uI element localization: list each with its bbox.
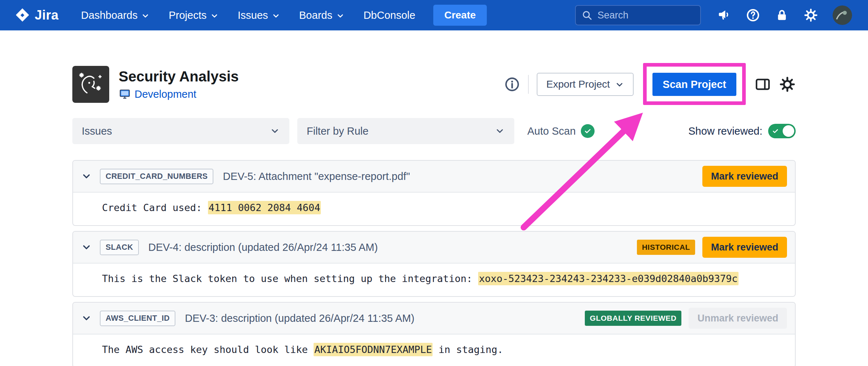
auto-scan-label: Auto Scan — [527, 125, 576, 137]
expand-chevron-button[interactable] — [81, 313, 93, 324]
panel-icon — [754, 76, 771, 93]
show-reviewed-control: Show reviewed: — [688, 124, 796, 138]
check-icon — [772, 127, 779, 135]
gear-icon — [779, 76, 796, 93]
mark-reviewed-button[interactable]: Mark reviewed — [702, 237, 787, 258]
finding-card-dev5: CREDIT_CARD_NUMBERS DEV-5: Attachment "e… — [72, 160, 796, 226]
findings-list: CREDIT_CARD_NUMBERS DEV-5: Attachment "e… — [72, 160, 796, 366]
chevron-down-icon — [210, 12, 219, 20]
historical-badge: HISTORICAL — [637, 240, 695, 255]
project-titles: Security Analysis Development — [119, 68, 239, 100]
finding-card-dev4: SLACK DEV-4: description (updated 26/Apr… — [72, 231, 796, 297]
finding-card-header: AWS_CLIENT_ID DEV-3: description (update… — [73, 303, 795, 335]
page-title: Security Analysis — [119, 68, 239, 84]
project-settings-button[interactable] — [779, 76, 796, 93]
unmark-reviewed-button[interactable]: Unmark reviewed — [689, 308, 787, 329]
chevron-down-icon — [615, 80, 624, 89]
issues-filter-dropdown[interactable]: Issues — [72, 118, 289, 144]
filter-row: Issues Filter by Rule Auto Scan Show rev… — [72, 118, 796, 144]
lock-icon — [775, 8, 789, 22]
snippet-text: This is the Slack token to use when sett… — [102, 273, 478, 284]
globally-reviewed-badge: GLOBALLY REVIEWED — [585, 311, 682, 326]
search-icon — [582, 10, 592, 21]
snippet-text: Credit Card used: — [102, 202, 208, 213]
export-project-button[interactable]: Export Project — [537, 73, 634, 96]
expand-chevron-button[interactable] — [81, 171, 93, 182]
detail-view-button[interactable] — [754, 76, 771, 93]
check-icon — [584, 127, 592, 135]
project-header-left: Security Analysis Development — [72, 66, 239, 103]
primary-nav: Dashboards Projects Issues Boards DbCons… — [81, 9, 415, 21]
export-project-label: Export Project — [546, 79, 610, 90]
mark-reviewed-button[interactable]: Mark reviewed — [702, 166, 787, 187]
nav-boards-label: Boards — [299, 9, 332, 21]
announcements-button[interactable] — [717, 8, 731, 22]
monitor-icon — [119, 88, 131, 100]
project-header-actions: Export Project Scan Project — [504, 73, 796, 96]
snippet-text: The AWS access key should look like — [102, 344, 314, 355]
navbar-search[interactable] — [575, 5, 701, 25]
info-icon — [504, 76, 520, 92]
nav-projects[interactable]: Projects — [169, 9, 219, 21]
finding-snippet: Credit Card used: 4111 0062 2084 4604 — [73, 193, 795, 225]
megaphone-icon — [717, 8, 731, 22]
brand-text: Jira — [35, 8, 59, 23]
finding-card-dev3: AWS_CLIENT_ID DEV-3: description (update… — [72, 302, 796, 366]
chevron-down-icon — [272, 12, 280, 20]
rule-filter-dropdown[interactable]: Filter by Rule — [297, 118, 514, 144]
finding-card-header: CREDIT_CARD_NUMBERS DEV-5: Attachment "e… — [73, 161, 795, 193]
rule-badge: CREDIT_CARD_NUMBERS — [100, 169, 213, 184]
issues-filter-label: Issues — [82, 125, 112, 137]
settings-button[interactable] — [804, 8, 818, 22]
rule-badge: SLACK — [100, 240, 139, 255]
finding-snippet: The AWS access key should look like AKIA… — [73, 335, 795, 366]
scan-project-button[interactable]: Scan Project — [652, 73, 736, 96]
top-navbar: Jira Dashboards Projects Issues Boards D… — [0, 0, 868, 30]
project-link[interactable]: Development — [135, 88, 196, 100]
nav-projects-label: Projects — [169, 9, 207, 21]
project-link-row: Development — [119, 88, 239, 100]
secret-highlight: 4111 0062 2084 4604 — [208, 201, 321, 214]
nav-boards[interactable]: Boards — [299, 9, 345, 21]
help-button[interactable] — [746, 8, 760, 22]
auto-scan-status: Auto Scan — [527, 124, 595, 138]
info-button[interactable] — [504, 76, 520, 92]
security-button[interactable] — [775, 8, 789, 22]
show-reviewed-toggle[interactable] — [768, 124, 796, 138]
help-icon — [746, 8, 760, 22]
user-avatar[interactable] — [833, 5, 852, 25]
gear-icon — [804, 8, 818, 22]
expand-chevron-button[interactable] — [81, 242, 93, 253]
navbar-icons — [717, 5, 852, 25]
jira-logo-icon — [14, 7, 30, 23]
avatar-image — [833, 5, 852, 25]
chevron-down-icon — [81, 313, 92, 324]
nav-issues[interactable]: Issues — [238, 9, 280, 21]
create-button[interactable]: Create — [433, 5, 486, 26]
finding-title: DEV-5: Attachment "expense-report.pdf" — [223, 171, 410, 182]
nav-dashboards-label: Dashboards — [81, 9, 137, 21]
finding-title: DEV-4: description (updated 26/Apr/24 11… — [148, 241, 378, 253]
main-content: Security Analysis Development Export Pro… — [0, 66, 868, 366]
chevron-down-icon — [270, 126, 280, 136]
chevron-down-icon — [495, 126, 505, 136]
toggle-knob — [783, 125, 794, 137]
finding-snippet: This is the Slack token to use when sett… — [73, 264, 795, 296]
chevron-down-icon — [141, 12, 150, 20]
nav-dbconsole[interactable]: DbConsole — [363, 9, 415, 21]
chevron-down-icon — [336, 12, 345, 20]
secret-highlight: AKIAIO5FODNN7EXAMPLE — [314, 343, 433, 356]
nav-dbconsole-label: DbConsole — [363, 9, 415, 21]
jira-logo[interactable]: Jira — [14, 7, 59, 23]
chevron-down-icon — [81, 171, 92, 182]
search-input[interactable] — [597, 10, 694, 21]
project-header: Security Analysis Development Export Pro… — [72, 66, 796, 103]
annotation-highlight-box: Scan Project — [652, 73, 736, 96]
auto-scan-check-badge — [581, 124, 595, 138]
rule-filter-label: Filter by Rule — [307, 125, 369, 137]
secret-highlight: xoxo-523423-234243-234233-e039d02840a0b9… — [478, 272, 738, 285]
nav-dashboards[interactable]: Dashboards — [81, 9, 150, 21]
chevron-down-icon — [81, 242, 92, 253]
finding-card-header: SLACK DEV-4: description (updated 26/Apr… — [73, 232, 795, 264]
finding-title: DEV-3: description (updated 26/Apr/24 11… — [185, 312, 414, 324]
